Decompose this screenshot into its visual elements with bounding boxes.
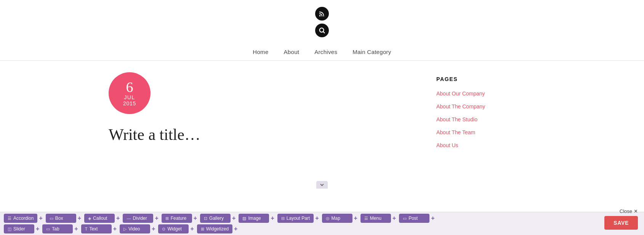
sidebar-pages-heading: PAGES bbox=[436, 76, 535, 82]
sidebar-link-about-the-studio[interactable]: About The Studio bbox=[436, 116, 535, 122]
sidebar-link-about-us[interactable]: About Us bbox=[436, 142, 535, 148]
rss-icon[interactable] bbox=[315, 7, 329, 21]
main-content: 6 JUL 2015 Write a title… PAGES About Ou… bbox=[93, 61, 551, 167]
nav-home[interactable]: Home bbox=[253, 49, 268, 55]
date-day: 6 bbox=[126, 80, 133, 94]
nav-archives[interactable]: Archives bbox=[314, 49, 337, 55]
post-title[interactable]: Write a title… bbox=[109, 125, 200, 144]
date-month: JUL bbox=[124, 94, 135, 100]
content-area: 6 JUL 2015 Write a title… bbox=[109, 72, 413, 155]
search-icon[interactable] bbox=[315, 24, 329, 37]
sidebar-link-about-the-company[interactable]: About The Company bbox=[436, 103, 535, 110]
sidebar-link-about-our-company[interactable]: About Our Company bbox=[436, 91, 535, 97]
nav-main-category[interactable]: Main Category bbox=[352, 49, 391, 55]
date-year: 2015 bbox=[123, 100, 136, 106]
sidebar: PAGES About Our Company About The Compan… bbox=[436, 72, 535, 155]
date-badge: 6 JUL 2015 bbox=[109, 72, 151, 114]
svg-line-2 bbox=[323, 32, 325, 33]
svg-point-0 bbox=[319, 15, 321, 17]
site-header: Home About Archives Main Category bbox=[0, 0, 644, 61]
main-nav: Home About Archives Main Category bbox=[253, 43, 391, 60]
header-icons bbox=[315, 7, 329, 37]
svg-point-1 bbox=[320, 28, 324, 32]
nav-about[interactable]: About bbox=[284, 49, 300, 55]
sidebar-link-about-the-team[interactable]: About The Team bbox=[436, 129, 535, 135]
